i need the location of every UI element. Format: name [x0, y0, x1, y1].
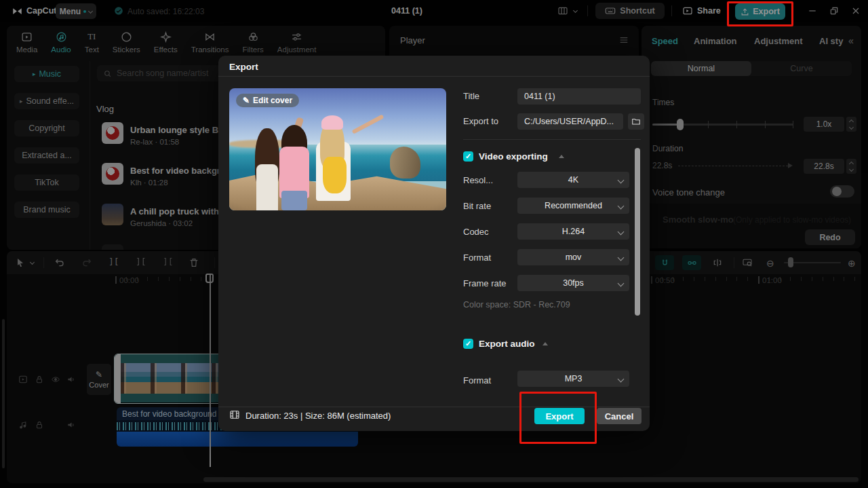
export-audio-title: Export audio — [479, 339, 535, 349]
format-dropdown[interactable]: mov — [517, 249, 629, 265]
framerate-dropdown[interactable]: 30fps — [517, 275, 629, 291]
dropdown-value: H.264 — [562, 227, 585, 236]
audio-format-label: Format — [463, 375, 491, 386]
title-field[interactable]: 0411 (1) — [517, 88, 641, 105]
audio-format-dropdown[interactable]: MP3 — [517, 371, 629, 387]
export-to-field[interactable]: C:/Users/USER/AppD... — [517, 113, 623, 130]
collapse-section-icon[interactable] — [542, 342, 548, 345]
video-exporting-checkbox[interactable]: ✓ — [463, 151, 473, 162]
dropdown-value: 4K — [568, 175, 578, 185]
collapse-section-icon[interactable] — [559, 155, 564, 158]
dropdown-value: 30fps — [563, 278, 584, 288]
resolution-dropdown[interactable]: 4K — [517, 172, 629, 188]
edit-cover-label: Edit cover — [253, 96, 292, 105]
codec-label: Codec — [463, 227, 489, 237]
framerate-label: Frame rate — [463, 278, 507, 288]
export-cover-preview[interactable]: ✎ Edit cover — [229, 88, 446, 210]
dialog-cancel-label: Cancel — [605, 411, 634, 421]
dialog-title: Export — [229, 62, 258, 72]
chevron-down-icon — [618, 254, 625, 261]
checkbox-check-icon: ✓ — [465, 339, 471, 348]
checkbox-check-icon: ✓ — [465, 152, 471, 161]
resolution-label: Resol... — [463, 175, 493, 185]
dialog-header-divider — [218, 76, 650, 77]
color-space-info: Color space: SDR - Rec.709 — [463, 300, 570, 309]
dialog-cancel-button[interactable]: Cancel — [597, 408, 642, 424]
browse-folder-button[interactable] — [628, 113, 644, 130]
chevron-down-icon — [618, 176, 625, 183]
title-field-label: Title — [463, 91, 479, 101]
title-field-value: 0411 (1) — [524, 92, 555, 101]
format-label: Format — [463, 252, 491, 263]
chevron-down-icon — [618, 228, 625, 235]
edit-cover-badge[interactable]: ✎ Edit cover — [236, 94, 299, 107]
dialog-scrollbar[interactable] — [635, 148, 640, 316]
dropdown-value: mov — [566, 252, 582, 262]
codec-dropdown[interactable]: H.264 — [517, 223, 629, 240]
export-dialog: Export ✎ Edit cover — [218, 56, 650, 431]
export-to-value: C:/Users/USER/AppD... — [524, 117, 614, 126]
chevron-down-icon — [618, 202, 625, 209]
section-divider — [463, 139, 641, 140]
bitrate-dropdown[interactable]: Recommended — [517, 198, 629, 214]
video-exporting-title: Video exporting — [479, 151, 548, 162]
film-icon — [229, 409, 240, 420]
pencil-icon: ✎ — [243, 96, 250, 105]
dropdown-value: Recommended — [545, 201, 602, 210]
annotation-box-dialog-export — [519, 392, 597, 444]
export-audio-checkbox[interactable]: ✓ — [463, 339, 473, 349]
capcut-app-window: CapCut Menu Auto saved: 16:22:03 0411 (1… — [0, 0, 868, 488]
chevron-down-icon — [618, 375, 625, 382]
dropdown-value: MP3 — [565, 374, 583, 383]
chevron-down-icon — [618, 280, 625, 286]
export-to-label: Export to — [463, 116, 498, 126]
annotation-box-top-export — [727, 1, 793, 26]
export-summary-info: Duration: 23s | Size: 86M (estimated) — [245, 411, 391, 421]
bitrate-label: Bit rate — [463, 201, 491, 211]
